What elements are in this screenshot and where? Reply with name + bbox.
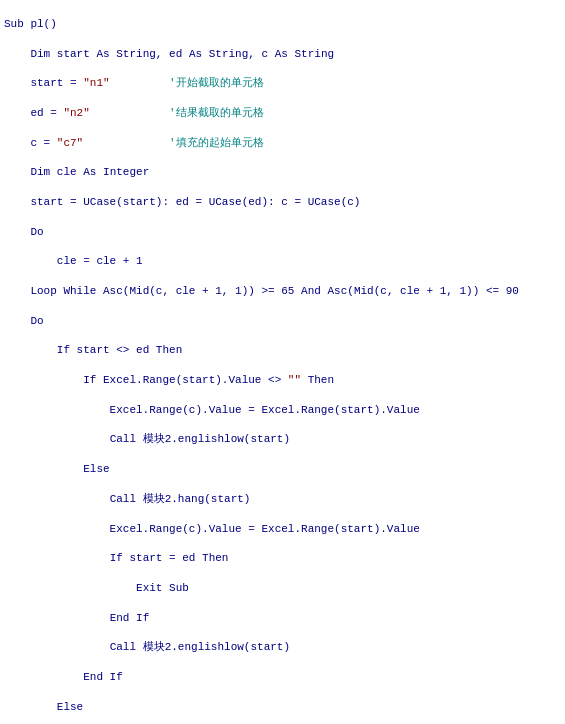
code-editor: Sub pl() Dim start As String, ed As Stri… bbox=[0, 0, 565, 724]
code-line: If start = ed Then bbox=[4, 551, 561, 566]
code-line: Do bbox=[4, 314, 561, 329]
code-line: cle = cle + 1 bbox=[4, 254, 561, 269]
code-line: Exit Sub bbox=[4, 581, 561, 596]
code-line: c = "c7" '填充的起始单元格 bbox=[4, 136, 561, 151]
code-line: Call 模块2.englishlow(start) bbox=[4, 432, 561, 447]
code-line: Call 模块2.hang(start) bbox=[4, 492, 561, 507]
code-line: ed = "n2" '结果截取的单元格 bbox=[4, 106, 561, 121]
code-line: If start <> ed Then bbox=[4, 343, 561, 358]
code-line: End If bbox=[4, 670, 561, 685]
code-line: Else bbox=[4, 462, 561, 477]
code-line: Dim cle As Integer bbox=[4, 165, 561, 180]
code-line: Excel.Range(c).Value = Excel.Range(start… bbox=[4, 403, 561, 418]
code-line: Excel.Range(c).Value = Excel.Range(start… bbox=[4, 522, 561, 537]
code-line: Else bbox=[4, 700, 561, 715]
code-line: Call 模块2.englishlow(start) bbox=[4, 640, 561, 655]
code-line: Loop While Asc(Mid(c, cle + 1, 1)) >= 65… bbox=[4, 284, 561, 299]
code-line: start = "n1" '开始截取的单元格 bbox=[4, 76, 561, 91]
code-line: Do bbox=[4, 225, 561, 240]
code-line: Sub pl() bbox=[4, 17, 561, 32]
code-line: End If bbox=[4, 611, 561, 626]
code-line: If Excel.Range(start).Value <> "" Then bbox=[4, 373, 561, 388]
code-line: start = UCase(start): ed = UCase(ed): c … bbox=[4, 195, 561, 210]
code-line: Dim start As String, ed As String, c As … bbox=[4, 47, 561, 62]
